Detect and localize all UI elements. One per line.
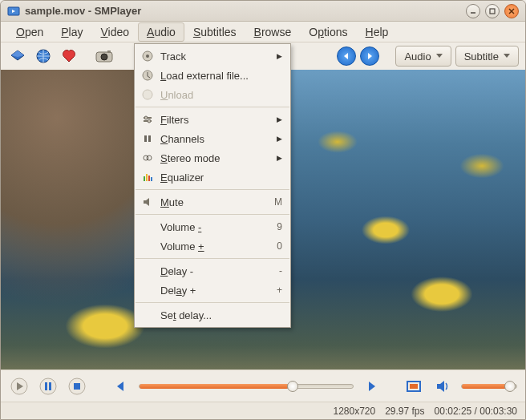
svg-point-10	[101, 54, 107, 60]
menu-options[interactable]: Options	[300, 22, 356, 42]
svg-point-18	[40, 378, 56, 394]
svg-marker-24	[369, 382, 375, 391]
menu-separator	[136, 189, 289, 190]
svg-rect-42	[148, 176, 150, 181]
svg-point-39	[147, 155, 152, 160]
menu-item-equalizer[interactable]: Equalizer	[135, 168, 290, 187]
volume-fill	[462, 384, 507, 389]
menu-separator	[136, 258, 289, 259]
equalizer-icon	[141, 171, 154, 184]
play-button[interactable]	[9, 376, 30, 397]
submenu-arrow-icon: ▶	[277, 52, 282, 60]
menu-item-set-delay[interactable]: Set delay...	[135, 305, 290, 325]
filters-icon	[141, 113, 154, 126]
svg-point-29	[146, 55, 149, 58]
titlebar: sample.mov - SMPlayer	[1, 1, 525, 22]
menu-item-channels[interactable]: Channels ▶	[135, 129, 290, 148]
svg-marker-13	[368, 53, 372, 59]
svg-point-31	[143, 90, 152, 99]
svg-rect-36	[144, 135, 147, 142]
mute-button[interactable]	[432, 376, 453, 397]
menu-item-delay-down[interactable]: Delay - -	[135, 261, 290, 281]
track-icon	[141, 50, 154, 63]
menu-item-filters[interactable]: Filters ▶	[135, 110, 290, 129]
menu-item-unload: Unload	[135, 85, 290, 104]
volume-slider[interactable]	[461, 384, 517, 389]
close-button[interactable]	[504, 4, 519, 18]
minimize-button[interactable]	[466, 4, 480, 18]
menu-play[interactable]: Play	[52, 22, 91, 42]
svg-marker-14	[436, 54, 443, 58]
menu-separator	[136, 214, 289, 215]
progress-thumb[interactable]	[287, 381, 298, 392]
submenu-arrow-icon: ▶	[277, 135, 282, 143]
open-url-icon[interactable]	[33, 46, 54, 67]
nav-next-button[interactable]	[360, 46, 379, 66]
audio-menu-dropdown: Track ▶ Load external file... Unload Fil…	[134, 43, 291, 328]
svg-rect-20	[49, 382, 51, 390]
menu-item-delay-up[interactable]: Delay + +	[135, 281, 290, 300]
svg-rect-3	[490, 9, 495, 14]
window-controls	[466, 4, 519, 18]
statusbar: 1280x720 29.97 fps 00:02:25 / 00:03:30	[1, 402, 525, 419]
menu-subtitles[interactable]: Subtitles	[184, 22, 245, 42]
status-fps: 29.97 fps	[385, 406, 424, 417]
subtitle-dropdown[interactable]: Subtitle	[455, 46, 519, 67]
svg-rect-22	[74, 383, 80, 390]
channels-icon	[141, 132, 154, 145]
svg-marker-12	[344, 53, 348, 59]
maximize-button[interactable]	[485, 4, 500, 18]
submenu-arrow-icon: ▶	[277, 115, 282, 123]
menu-item-track[interactable]: Track ▶	[135, 46, 290, 66]
app-icon	[7, 5, 20, 18]
svg-rect-37	[148, 135, 151, 142]
favorites-icon[interactable]	[59, 46, 79, 67]
svg-rect-43	[151, 177, 152, 181]
menu-open[interactable]: Open	[7, 22, 52, 42]
menu-item-load-external[interactable]: Load external file...	[135, 66, 290, 85]
stereo-icon	[141, 151, 154, 164]
screenshot-icon[interactable]	[94, 46, 115, 67]
seek-back-button[interactable]	[110, 376, 131, 397]
seek-forward-button[interactable]	[362, 376, 382, 397]
pause-button[interactable]	[38, 376, 59, 397]
svg-marker-44	[144, 198, 149, 206]
menu-item-volume-down[interactable]: Volume - 9	[135, 217, 290, 236]
svg-marker-15	[504, 54, 510, 58]
svg-point-34	[144, 116, 148, 119]
status-time: 00:02:25 / 00:03:30	[435, 406, 517, 417]
menubar: Open Play Video Audio Subtitles Browse O…	[1, 22, 525, 42]
open-file-icon[interactable]	[7, 46, 28, 67]
app-window: sample.mov - SMPlayer Open Play Video Au…	[0, 0, 526, 420]
svg-rect-41	[146, 174, 148, 181]
playback-bar	[1, 370, 525, 402]
svg-marker-27	[437, 381, 444, 392]
submenu-arrow-icon: ▶	[277, 154, 282, 162]
unload-icon	[141, 88, 154, 101]
menu-browse[interactable]: Browse	[245, 22, 301, 42]
menu-audio[interactable]: Audio	[138, 22, 184, 42]
svg-point-35	[148, 119, 151, 123]
menu-item-volume-up[interactable]: Volume + 0	[135, 236, 290, 256]
menu-separator	[136, 107, 289, 107]
menu-video[interactable]: Video	[92, 22, 139, 42]
stop-button[interactable]	[67, 376, 87, 397]
svg-rect-19	[45, 382, 47, 390]
progress-fill	[140, 384, 289, 389]
audio-track-dropdown[interactable]: Audio	[395, 46, 451, 67]
fullscreen-button[interactable]	[403, 376, 424, 397]
menu-item-stereo-mode[interactable]: Stereo mode ▶	[135, 148, 290, 168]
window-title: sample.mov - SMPlayer	[25, 5, 466, 17]
volume-thumb[interactable]	[504, 381, 516, 392]
menu-separator	[136, 302, 289, 303]
svg-rect-40	[144, 176, 145, 181]
svg-marker-23	[117, 382, 123, 391]
mute-icon	[141, 196, 154, 208]
menu-help[interactable]: Help	[357, 22, 398, 42]
svg-rect-26	[410, 384, 418, 389]
load-file-icon	[141, 69, 154, 82]
menu-item-mute[interactable]: Mute M	[135, 192, 290, 212]
status-resolution: 1280x720	[333, 406, 375, 417]
progress-slider[interactable]	[139, 384, 354, 389]
nav-prev-button[interactable]	[337, 46, 356, 66]
